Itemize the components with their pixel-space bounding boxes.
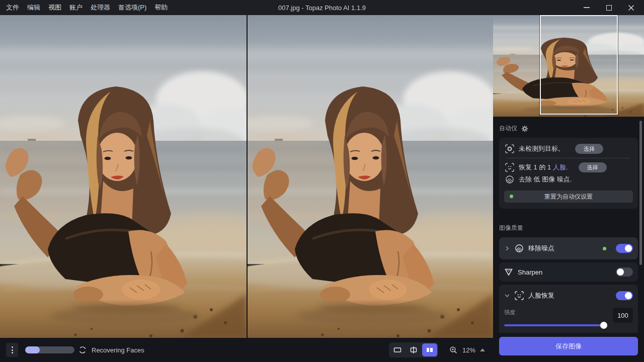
sharpen-toggle[interactable] <box>616 267 633 277</box>
maximize-button[interactable] <box>598 0 620 15</box>
close-button[interactable] <box>620 0 642 15</box>
subject-select-button[interactable]: 选择 <box>575 144 603 154</box>
gear-icon[interactable] <box>521 125 528 132</box>
autopilot-subject-row: 未检测到目标。 选择 <box>504 143 633 155</box>
menu-processor[interactable]: 处理器 <box>91 3 110 12</box>
denoise-label: 移除噪点 <box>528 244 598 253</box>
menu-preferences[interactable]: 首选项(P) <box>118 3 146 12</box>
card-divider <box>507 158 630 158</box>
denoise-active-dot <box>603 247 606 250</box>
menu-file[interactable]: 文件 <box>6 3 19 12</box>
kebab-icon <box>12 346 13 348</box>
autopilot-title: 自动仪 <box>499 124 517 133</box>
window-title: 007.jpg - Topaz Photo AI 1.1.9 <box>278 4 366 12</box>
strength-slider[interactable] <box>504 322 607 329</box>
face-recovery-label: 人脸恢复 <box>528 291 611 300</box>
status-menu-button[interactable] <box>6 343 18 357</box>
panel-scrollbar[interactable] <box>639 121 642 265</box>
progress-status-text: Recovering Faces <box>92 346 144 354</box>
status-bar: Recovering Faces <box>0 338 493 362</box>
noise-detect-icon <box>505 175 514 184</box>
denoise-toggle[interactable] <box>616 244 633 253</box>
menu-edit[interactable]: 编辑 <box>27 3 40 12</box>
face-recovery-body: 强度 100 1人脸选择 选择 <box>499 307 638 333</box>
denoise-icon <box>515 244 524 253</box>
window-controls <box>576 0 644 15</box>
minimize-button[interactable] <box>576 0 598 15</box>
autopilot-face-row: 恢复 1 的 1 人脸. 选择 <box>504 161 633 173</box>
after-photo <box>248 15 493 338</box>
reset-autopilot-button[interactable]: 重置为自动仪设置 <box>504 191 633 203</box>
single-view-icon <box>393 346 402 353</box>
maximize-icon <box>606 5 612 11</box>
strength-label: 强度 <box>504 309 607 316</box>
before-photo <box>0 15 247 338</box>
navigator-viewport[interactable] <box>540 15 618 115</box>
face-recovery-toggle[interactable] <box>616 291 633 300</box>
chevron-down-icon <box>504 293 510 299</box>
menu-view[interactable]: 视图 <box>48 3 61 12</box>
sharpen-card: Sharpen <box>499 262 638 282</box>
image-quality-header: 图像质量 <box>499 224 638 232</box>
face-detect-text: 恢复 1 的 1 人脸. <box>519 163 568 172</box>
sharpen-icon <box>504 267 513 277</box>
save-image-button[interactable]: 保存图像 <box>499 337 638 355</box>
navigator-thumbnail[interactable] <box>493 15 644 117</box>
menu-account[interactable]: 账户 <box>69 3 83 12</box>
split-view-button[interactable] <box>406 343 421 356</box>
view-mode-group <box>389 342 438 357</box>
minimize-icon <box>584 7 590 8</box>
close-icon <box>628 5 634 11</box>
zoom-level-value[interactable]: 12% <box>462 346 475 354</box>
zoom-control: 12% <box>449 346 485 354</box>
slider-thumb[interactable] <box>600 322 607 329</box>
progress-bar <box>25 346 74 353</box>
noise-detect-text: 去除 低 图像 噪点. <box>519 175 572 184</box>
autopilot-noise-row: 去除 低 图像 噪点. <box>504 173 633 186</box>
face-recovery-header[interactable]: 人脸恢复 <box>499 285 638 307</box>
side-by-side-view-button[interactable] <box>422 343 437 356</box>
subject-detect-icon <box>505 144 514 153</box>
zoom-in-icon[interactable] <box>449 346 458 354</box>
face-recovery-icon <box>515 291 524 300</box>
menu-bar: 文件 编辑 视图 账户 处理器 首选项(P) 帮助 <box>0 3 168 12</box>
zoom-dropdown-icon[interactable] <box>480 348 485 351</box>
subject-detect-text: 未检测到目标。 <box>519 144 565 153</box>
split-view-icon <box>409 346 418 354</box>
chevron-right-icon <box>504 245 510 251</box>
sharpen-label: Sharpen <box>518 268 611 276</box>
face-link[interactable]: 人脸. <box>553 163 568 171</box>
title-bar: 文件 编辑 视图 账户 处理器 首选项(P) 帮助 007.jpg - Topa… <box>0 0 644 15</box>
save-area: 保存图像 <box>493 333 644 362</box>
progress-fill <box>25 346 40 353</box>
face-detect-icon <box>505 163 514 172</box>
face-recovery-card: 人脸恢复 强度 100 <box>499 285 638 333</box>
green-status-dot <box>510 195 513 198</box>
image-before-pane[interactable] <box>0 15 247 338</box>
menu-help[interactable]: 帮助 <box>154 3 168 12</box>
strength-value[interactable]: 100 <box>613 308 633 323</box>
denoise-card: 移除噪点 <box>499 237 638 259</box>
face-select-button[interactable]: 选择 <box>579 162 607 172</box>
image-canvas <box>0 15 493 338</box>
side-by-side-view-icon <box>425 346 434 353</box>
image-quality-title: 图像质量 <box>499 224 523 232</box>
right-panel: 自动仪 未检测到目标。 <box>493 15 644 362</box>
settings-panel: 自动仪 未检测到目标。 <box>493 117 644 333</box>
sharpen-header[interactable]: Sharpen <box>499 262 638 282</box>
autopilot-card: 未检测到目标。 选择 恢复 1 的 1 人脸. 选择 <box>499 138 638 209</box>
single-view-button[interactable] <box>390 343 405 356</box>
image-after-pane[interactable] <box>248 15 493 338</box>
denoise-header[interactable]: 移除噪点 <box>499 237 638 259</box>
autopilot-header: 自动仪 <box>499 124 638 133</box>
spinner-icon <box>78 346 87 354</box>
